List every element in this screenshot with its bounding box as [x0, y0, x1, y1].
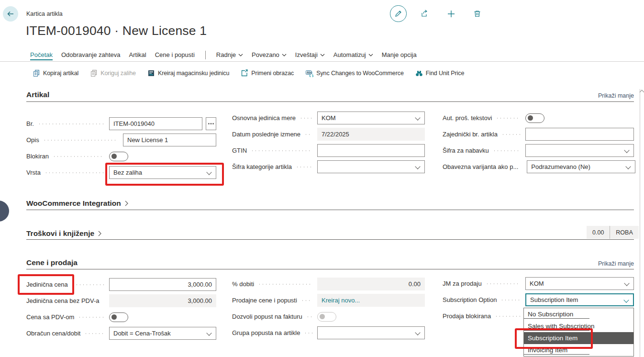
obracun-cena-dobit-combobox[interactable]: Dobit = Cena-Trošak [109, 327, 216, 340]
prodajne-cene-i-popusti-field: Kreiraj novo... [317, 294, 425, 307]
show-less-link-cene[interactable]: Prikaži manje [598, 260, 634, 267]
datum-poslednje-izmene-field: 7/22/2025 [317, 128, 425, 141]
action-kreiraj-magacinsku-jedinicu[interactable]: Kreiraj magacinsku jedinicu [147, 69, 229, 77]
menu-manje-opcija[interactable]: Manje opcija [382, 51, 417, 58]
field-sifra-kategorije-artikla: Šifra kategorije artikla [232, 160, 425, 173]
back-button[interactable] [3, 6, 18, 22]
sifra-kategorije-artikla-combobox[interactable] [317, 160, 425, 173]
field-sifra-za-nabavku: Šifra za nabavku [443, 144, 634, 157]
sifra-za-nabavku-combobox[interactable] [525, 144, 634, 157]
jm-za-prodaju-combobox[interactable]: KOM [525, 277, 634, 290]
field-grupa-popusta: Grupa popusta na artikle [232, 326, 425, 339]
field-datum-poslednje-izmene: Datum poslednje izmene 7/22/2025 [232, 128, 425, 141]
ellipsis-icon [211, 123, 212, 124]
chevron-down-icon [206, 169, 211, 175]
br-input[interactable]: ITEM-0019040 [109, 117, 202, 130]
tab-odobravanje-zahteva[interactable]: Odobravanje zahteva [61, 48, 121, 61]
side-panel-handle[interactable] [0, 201, 9, 222]
menu-automatizuj[interactable]: Automatizuj [333, 51, 373, 58]
chevron-right-icon [98, 231, 101, 236]
copy-document-icon [33, 69, 40, 77]
menu-povezano[interactable]: Povezano [252, 51, 287, 58]
osnovna-jedinica-mere-combobox[interactable]: KOM [317, 112, 425, 124]
artikal-column-3: Aut. proš. tekstovi Zajednički br. artik… [443, 112, 634, 177]
kreiraj-novo-link[interactable]: Kreiraj novo... [322, 297, 360, 304]
page-caption: Kartica artikla [26, 11, 63, 17]
field-aut-pros-tekstovi: Aut. proš. tekstovi [443, 112, 634, 124]
field-zajednicki-br-artikla: Zajednički br. artikla [443, 128, 634, 141]
action-sync-changes-woocommerce[interactable]: Abc Sync Changes to WooCommerce [305, 69, 404, 77]
assist-edit-button[interactable] [206, 117, 216, 130]
top-command-icons [390, 5, 486, 22]
jedinicna-cena-bez-pdv-field: 3,000.00 [109, 294, 216, 307]
section-cene-header[interactable]: Cene i prodaja [26, 258, 78, 267]
chevron-down-icon [206, 330, 211, 335]
section-rule [26, 210, 634, 210]
unit-cost-badge[interactable]: 0.00 [587, 226, 610, 239]
field-blokiran: Blokiran [26, 150, 216, 163]
cene-column-2: % dobiti 0.00 Prodajne cene i popusti Kr… [232, 278, 425, 343]
apply-template-icon [241, 69, 248, 77]
section-rule [26, 101, 634, 102]
section-troskovi-header[interactable]: Troškovi i knjiženje [26, 229, 101, 238]
menubar: Početak Odobravanje zahteva Artikal Cene… [0, 48, 644, 62]
gtin-input[interactable] [317, 144, 425, 157]
show-less-link-artikal[interactable]: Prikaži manje [598, 92, 634, 99]
chevron-down-icon [624, 147, 629, 153]
section-woocommerce-header[interactable]: WooCommerce Integration [26, 199, 128, 208]
chevron-down-icon [626, 164, 631, 169]
field-jedinicna-cena-bez-pdv: Jedinična cena bez PDV-a 3,000.00 [26, 294, 216, 307]
grupa-popusta-combobox[interactable] [317, 326, 425, 339]
chevron-down-icon [415, 330, 420, 335]
menu-radnje[interactable]: Radnje [216, 51, 243, 58]
tab-artikal[interactable]: Artikal [129, 48, 146, 61]
delete-icon[interactable] [469, 5, 486, 22]
dozvoli-popust-toggle [317, 312, 336, 322]
chevron-down-icon [282, 54, 287, 56]
action-find-unit-price[interactable]: Find Unit Price [415, 69, 464, 77]
section-artikal-header[interactable]: Artikal [26, 90, 49, 99]
edit-icon[interactable] [390, 5, 407, 22]
menubar-divider [205, 51, 206, 59]
zajednicki-br-artikla-input[interactable] [525, 128, 634, 141]
procenat-dobiti-field: 0.00 [317, 278, 425, 290]
tab-cene-i-popusti[interactable]: Cene i popusti [155, 48, 195, 61]
blokiran-toggle[interactable] [109, 152, 128, 161]
field-procenat-dobiti: % dobiti 0.00 [232, 278, 425, 290]
field-dozvoli-popust: Dozvoli popust na fakturu [232, 310, 425, 323]
posting-group-badge[interactable]: ROBA [610, 226, 638, 239]
action-koriguj-zalihe[interactable]: Koriguj zalihe [90, 69, 136, 77]
menu-izvestaji[interactable]: Izveštaji [295, 51, 325, 58]
cena-sa-pdv-toggle[interactable] [109, 312, 128, 322]
chevron-down-icon [623, 297, 629, 302]
field-prodajne-cene-i-popusti: Prodajne cene i popusti Kreiraj novo... [232, 294, 425, 307]
action-primeni-obrazac[interactable]: Primeni obrazac [241, 69, 294, 77]
obavezna-varijanta-combobox[interactable]: Podrazumevano (Ne) [527, 160, 635, 173]
field-cena-sa-pdv: Cena sa PDV-om [26, 311, 216, 324]
dropdown-option-no-subscription[interactable]: No Subscription [524, 308, 633, 320]
field-subscription-option: Subscription Option Subscription Item [443, 293, 634, 306]
jedinicna-cena-input[interactable]: 3,000.00 [109, 278, 216, 291]
artikal-column-2: Osnovna jedinica mere KOM Datum poslednj… [232, 112, 425, 177]
actionbar: Kopiraj artikal Koriguj zalihe Kreiraj m… [0, 66, 644, 81]
dropdown-option-subscription-item[interactable]: Subscription Item [524, 332, 633, 344]
troskovi-summary-badges: 0.00 ROBA [587, 226, 639, 239]
tab-pocetak[interactable]: Početak [30, 48, 53, 61]
dropdown-option-sales-with-subscription[interactable]: Sales with Subscription [524, 320, 633, 332]
scrollbar-track[interactable] [640, 89, 640, 357]
field-opis: Opis New License 1 [26, 134, 216, 146]
share-icon[interactable] [416, 5, 433, 22]
field-br: Br. ITEM-0019040 [26, 117, 216, 130]
aut-pros-tekstovi-toggle[interactable] [525, 113, 544, 123]
subscription-option-combobox[interactable]: Subscription Item [525, 293, 634, 306]
chevron-down-icon [415, 115, 420, 120]
dropdown-option-invoicing-item[interactable]: Invoicing Item [524, 344, 633, 356]
action-kopiraj-artikal[interactable]: Kopiraj artikal [33, 69, 78, 77]
opis-input[interactable]: New License 1 [123, 134, 216, 146]
cene-column-1: Jedinična cena 3,000.00 Jedinična cena b… [26, 278, 216, 343]
binoculars-icon [415, 69, 423, 77]
page-title: ITEM-0019040 · New License 1 [26, 23, 207, 38]
field-jm-za-prodaju: JM za prodaju KOM [443, 277, 634, 290]
add-icon[interactable] [443, 5, 459, 22]
vrsta-combobox[interactable]: Bez zaliha [109, 166, 216, 179]
